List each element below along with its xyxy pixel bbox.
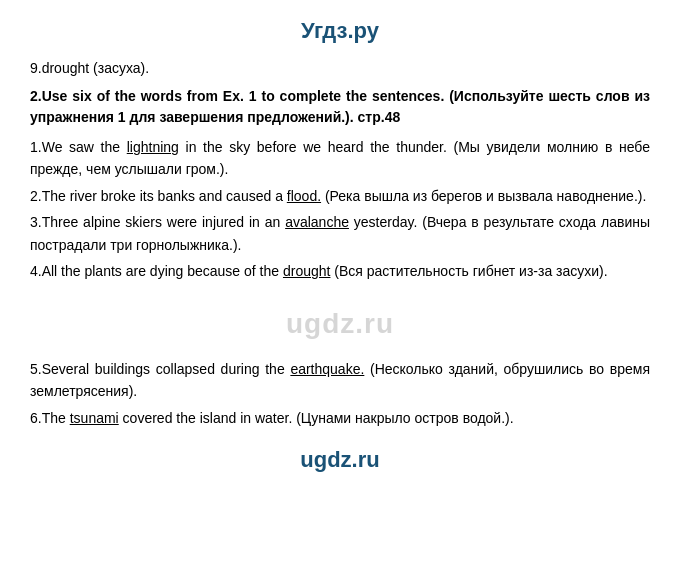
sentence-4: 4.All the plants are dying because of th… <box>30 260 650 282</box>
sentence-6-keyword: tsunami <box>70 410 119 426</box>
sentence-4-before: 4.All the plants are dying because of th… <box>30 263 283 279</box>
sentence-6-before: 6.The <box>30 410 70 426</box>
sentence-2-keyword: flood. <box>287 188 321 204</box>
sentence-2-before: 2.The river broke its banks and caused a <box>30 188 287 204</box>
sentence-5-keyword: earthquake. <box>290 361 364 377</box>
sentence-3-before: 3.Three alpine skiers were injured in an <box>30 214 285 230</box>
sentence-4-keyword: drought <box>283 263 330 279</box>
sentence-1-keyword: lightning <box>127 139 179 155</box>
sentence-3: 3.Three alpine skiers were injured in an… <box>30 211 650 256</box>
sentence-3-keyword: avalanche <box>285 214 349 230</box>
sentence-5-before: 5.Several buildings collapsed during the <box>30 361 290 377</box>
sentence-5: 5.Several buildings collapsed during the… <box>30 358 650 403</box>
sentence-6: 6.The tsunami covered the island in wate… <box>30 407 650 429</box>
site-header: Угдз.ру <box>30 10 650 44</box>
sentence-1: 1.We saw the lightning in the sky before… <box>30 136 650 181</box>
watermark-middle: ugdz.ru <box>30 300 650 348</box>
sentence-4-after: (Вся растительность гибнет из-за засухи)… <box>330 263 607 279</box>
exercise-9: 9.drought (засуха). <box>30 60 650 76</box>
sentence-1-before: 1.We saw the <box>30 139 127 155</box>
sentences-container: 1.We saw the lightning in the sky before… <box>30 136 650 429</box>
sentence-6-after: covered the island in water. (Цунами нак… <box>119 410 514 426</box>
sentence-2-after: (Река вышла из берегов и вызвала наводне… <box>321 188 646 204</box>
sentence-2: 2.The river broke its banks and caused a… <box>30 185 650 207</box>
exercise-2-title: 2.Use six of the words from Ex. 1 to com… <box>30 86 650 128</box>
footer-watermark: ugdz.ru <box>30 447 650 473</box>
